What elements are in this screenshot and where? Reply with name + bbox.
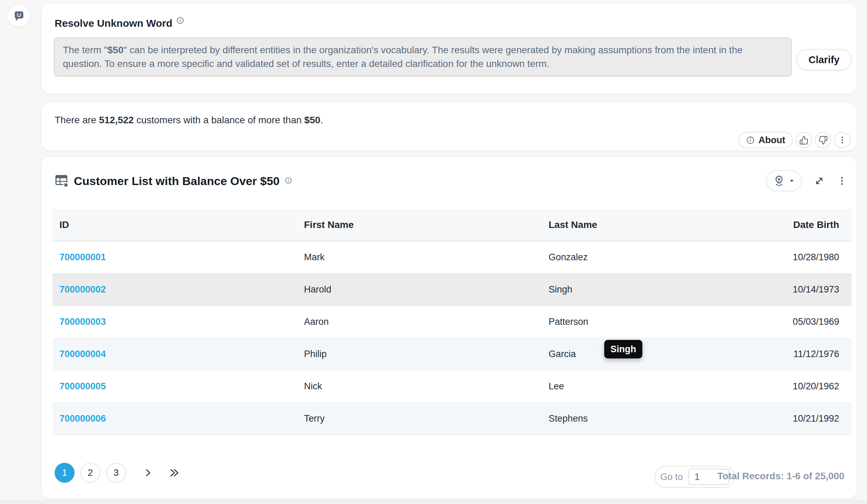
thumbs-down-button[interactable] [815, 132, 831, 148]
next-page-button[interactable] [142, 467, 153, 478]
info-icon[interactable] [285, 176, 292, 184]
resolve-unknown-word-card: Resolve Unknown Word The term "$50" can … [41, 3, 857, 94]
answer-card: There are 512,522 customers with a balan… [41, 102, 857, 151]
clarify-button[interactable]: Clarify [796, 49, 852, 70]
customer-id-link[interactable]: 700000002 [60, 284, 106, 295]
column-header-first-name[interactable]: First Name [304, 219, 548, 230]
cell-last-name: Singh [548, 284, 734, 295]
cell-last-name: Stephens [548, 413, 734, 424]
table-more-options-button[interactable] [837, 176, 847, 186]
answer-actions: About [738, 132, 850, 148]
column-header-id[interactable]: ID [53, 219, 304, 230]
clarification-text-part: " can be interpreted by different entiti… [63, 45, 743, 69]
table-row[interactable]: 700000001 Mark Gonzalez 10/28/1980 [53, 241, 852, 274]
total-records-label: Total Records: 1-6 of 25,000 [717, 471, 844, 482]
page-button-1[interactable]: 1 [55, 463, 75, 483]
customer-id-link[interactable]: 700000003 [60, 317, 106, 327]
customer-id-link[interactable]: 700000006 [60, 413, 106, 424]
thumbs-up-icon [799, 135, 809, 145]
cell-date-birth: 11/12/1976 [734, 349, 852, 360]
answer-text-part: There are [55, 115, 99, 125]
page-button-2[interactable]: 2 [81, 463, 100, 483]
table-widget-icon [55, 174, 69, 188]
page-background: Resolve Unknown Word The term "$50" can … [0, 0, 867, 504]
page-button-3[interactable]: 3 [106, 463, 126, 483]
answer-text-part: . [321, 115, 323, 125]
insights-lightbulb-icon [773, 175, 785, 187]
about-button[interactable]: About [738, 132, 793, 148]
last-name-tooltip: Singh [604, 340, 642, 359]
resolve-card-title: Resolve Unknown Word [55, 18, 172, 29]
insights-dropdown-button[interactable] [766, 170, 802, 191]
table-title: Customer List with Balance Over $50 [74, 174, 280, 188]
table-row[interactable]: 700000003 Aaron Patterson 05/03/1969 [53, 306, 852, 338]
thumbs-up-button[interactable] [795, 132, 812, 148]
answer-text-part: customers with a balance of more than [133, 115, 304, 125]
kebab-menu-icon [837, 176, 847, 186]
chevron-right-icon [142, 467, 153, 478]
assistant-avatar [8, 4, 30, 27]
unknown-term: $50 [108, 45, 124, 55]
cell-first-name: Mark [304, 252, 548, 263]
cell-date-birth: 05/03/1969 [734, 317, 852, 327]
expand-icon [813, 175, 825, 187]
customer-table: ID First Name Last Name Date Birth 70000… [53, 209, 852, 435]
table-row[interactable]: 700000005 Nick Lee 10/20/1962 [53, 371, 852, 403]
cell-date-birth: 10/20/1962 [734, 381, 852, 392]
customer-id-link[interactable]: 700000004 [60, 349, 106, 359]
customer-id-link[interactable]: 700000001 [60, 252, 106, 262]
info-icon [746, 135, 755, 145]
cell-first-name: Nick [304, 381, 548, 392]
customer-id-link[interactable]: 700000005 [60, 381, 106, 391]
table-row[interactable]: 700000006 Terry Stephens 10/21/1992 [53, 403, 852, 435]
table-controls [766, 170, 847, 191]
thumbs-down-icon [818, 135, 828, 145]
expand-button[interactable] [813, 175, 825, 187]
cell-last-name: Gonzalez [548, 252, 734, 263]
answer-text: There are 512,522 customers with a balan… [42, 102, 857, 126]
about-button-label: About [759, 135, 785, 145]
table-row[interactable]: 700000004 Philip Garcia 11/12/1976 [53, 338, 852, 371]
bottom-strip [0, 500, 867, 504]
cell-first-name: Harold [304, 284, 548, 295]
answer-count: 512,522 [99, 115, 133, 125]
pagination: 1 2 3 [55, 463, 180, 483]
cell-last-name: Patterson [548, 317, 734, 327]
cell-date-birth: 10/21/1992 [734, 413, 852, 424]
chat-bubble-smiley-icon [13, 10, 25, 22]
table-row[interactable]: 700000002 Harold Singh 10/14/1973 [53, 274, 852, 306]
cell-first-name: Philip [304, 349, 548, 360]
double-chevron-right-icon [168, 467, 180, 479]
cell-first-name: Aaron [304, 317, 548, 327]
table-title-row: Customer List with Balance Over $50 [42, 156, 857, 191]
answer-more-options-button[interactable] [834, 132, 850, 148]
info-icon[interactable] [176, 16, 184, 25]
column-header-last-name[interactable]: Last Name [548, 219, 734, 230]
cell-last-name: Lee [548, 381, 734, 392]
cell-date-birth: 10/14/1973 [734, 284, 852, 295]
kebab-menu-icon [838, 135, 847, 144]
table-header-row: ID First Name Last Name Date Birth [53, 209, 852, 241]
cell-date-birth: 10/28/1980 [734, 252, 852, 263]
cell-first-name: Terry [304, 413, 548, 424]
column-header-date-birth[interactable]: Date Birth [734, 219, 852, 230]
customer-table-card: Customer List with Balance Over $50 [41, 156, 857, 499]
clarification-message-box[interactable]: The term "$50" can be interpreted by dif… [54, 37, 792, 77]
last-page-button[interactable] [168, 467, 180, 479]
answer-amount: $50 [304, 115, 321, 125]
chevron-down-icon [789, 178, 795, 184]
goto-label: Go to [660, 472, 683, 482]
clarification-text-part: The term " [63, 45, 108, 55]
